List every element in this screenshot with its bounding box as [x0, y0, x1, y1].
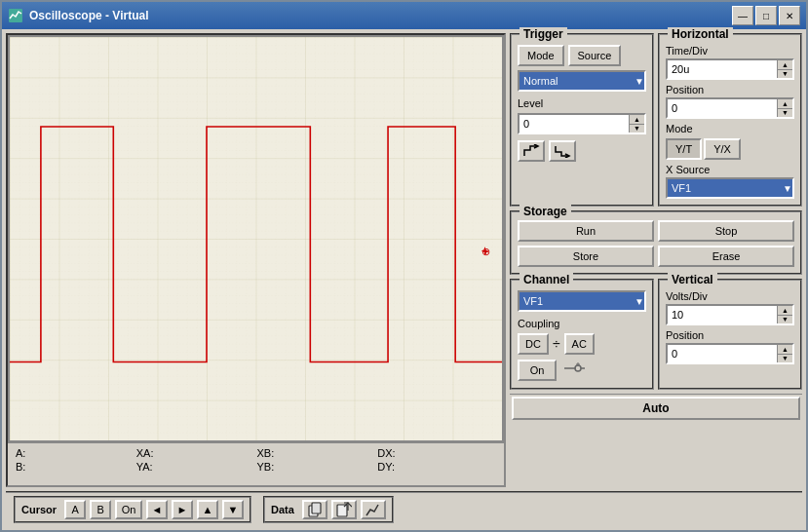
- readout-ya: YA:: [136, 461, 255, 473]
- readout-yb: YB:: [257, 461, 376, 473]
- minimize-button[interactable]: —: [732, 6, 753, 25]
- trigger-icon-row: [518, 140, 646, 162]
- cursor-on-button[interactable]: On: [115, 500, 142, 519]
- close-button[interactable]: ✕: [779, 6, 800, 25]
- cursor-down-button[interactable]: ▼: [222, 500, 244, 519]
- level-input[interactable]: [519, 115, 629, 133]
- readout-col-ab: A: B:: [16, 447, 135, 481]
- time-div-input[interactable]: [668, 60, 777, 78]
- export-icon: [336, 502, 352, 517]
- stop-button[interactable]: Stop: [658, 220, 794, 242]
- readout-dx: DX:: [377, 447, 496, 459]
- store-button[interactable]: Store: [518, 246, 654, 267]
- data-chart-button[interactable]: [361, 500, 386, 519]
- scope-area: VF1: 10V: [6, 33, 506, 487]
- auto-button[interactable]: Auto: [512, 397, 800, 420]
- mode-yt-button[interactable]: Y/T: [666, 138, 702, 160]
- xsource-select[interactable]: VF1 VF2: [666, 177, 794, 199]
- volts-div-spin-buttons: ▲ ▼: [777, 306, 792, 323]
- volts-div-spin-up[interactable]: ▲: [778, 306, 792, 316]
- level-spin-down[interactable]: ▼: [630, 125, 644, 133]
- coupling-divider: ÷: [553, 336, 560, 352]
- level-spin-buttons: ▲ ▼: [629, 115, 644, 133]
- time-div-spin-down[interactable]: ▼: [778, 70, 792, 79]
- scope-readout: A: B: XA: YA: XB: YB: DX: DY:: [8, 442, 504, 485]
- v-position-spinbox: ▲ ▼: [666, 343, 794, 364]
- xsource-select-wrapper: VF1 VF2 ▼: [666, 177, 794, 199]
- trigger-mode-select[interactable]: Normal Auto Single: [518, 70, 646, 92]
- right-panel: Trigger Mode Source Normal Auto Single ▼: [510, 33, 802, 487]
- copy-icon: [307, 502, 323, 517]
- trigger-mode-button[interactable]: Mode: [518, 45, 564, 66]
- cursor-section: Cursor A B On ◄ ► ▲ ▼: [14, 496, 251, 523]
- h-position-spin-buttons: ▲ ▼: [777, 99, 792, 117]
- h-position-label: Position: [666, 84, 794, 95]
- readout-dy: DY:: [377, 461, 496, 473]
- trigger-source-button[interactable]: Source: [568, 45, 622, 66]
- cursor-section-title: Cursor: [21, 504, 57, 515]
- trigger-section: Trigger Mode Source Normal Auto Single ▼: [510, 33, 654, 207]
- mode-yx-button[interactable]: Y/X: [704, 138, 741, 160]
- maximize-button[interactable]: □: [755, 6, 777, 25]
- title-bar-left: Oscilloscope - Virtual: [8, 8, 148, 23]
- trigger-rise-button[interactable]: [518, 140, 545, 162]
- storage-row-2: Store Erase: [518, 246, 794, 267]
- time-div-spinbox: ▲ ▼: [666, 58, 794, 80]
- level-label: Level: [518, 97, 646, 109]
- time-div-spin-buttons: ▲ ▼: [777, 60, 792, 78]
- horizontal-section: Horizontal Time/Div ▲ ▼ Position: [658, 33, 802, 207]
- volts-div-input[interactable]: [668, 306, 777, 323]
- main-area: VF1: 10V: [6, 33, 802, 487]
- main-window: Oscilloscope - Virtual — □ ✕ VF1: 10V: [0, 0, 808, 532]
- h-position-input[interactable]: [668, 99, 777, 117]
- data-copy-button[interactable]: [302, 500, 327, 519]
- svg-rect-12: [312, 503, 321, 513]
- v-position-spin-up[interactable]: ▲: [778, 345, 792, 355]
- cursor-left-button[interactable]: ◄: [146, 500, 168, 519]
- time-div-spin-up[interactable]: ▲: [778, 60, 792, 70]
- trigger-title: Trigger: [519, 27, 567, 41]
- cursor-b-button[interactable]: B: [90, 500, 111, 519]
- coupling-row: DC ÷ AC: [518, 333, 646, 355]
- trigger-mode-source-row: Mode Source: [518, 45, 646, 66]
- on-row: On: [518, 359, 646, 382]
- time-div-label: Time/Div: [666, 45, 794, 57]
- v-position-input[interactable]: [668, 345, 777, 362]
- auto-bar: Auto: [510, 394, 802, 422]
- vertical-title: Vertical: [668, 273, 717, 286]
- ac-button[interactable]: AC: [564, 333, 595, 355]
- vertical-section: Vertical Volts/Div ▲ ▼ Position: [658, 279, 802, 390]
- svg-text:⊕: ⊕: [481, 246, 490, 257]
- waveform-svg: + ⊕: [10, 37, 502, 440]
- cursor-bar: Cursor A B On ◄ ► ▲ ▼ Data: [6, 491, 802, 526]
- svg-rect-13: [337, 505, 347, 516]
- data-section: Data: [263, 496, 394, 523]
- data-export-button[interactable]: [331, 500, 357, 519]
- on-button[interactable]: On: [518, 360, 557, 381]
- readout-col-xbyb: XB: YB:: [257, 447, 376, 481]
- level-spin-up[interactable]: ▲: [630, 115, 644, 125]
- run-button[interactable]: Run: [518, 220, 654, 242]
- storage-title: Storage: [519, 205, 571, 218]
- cursor-a-button[interactable]: A: [64, 500, 86, 519]
- channel-select[interactable]: VF1 VF2: [518, 290, 646, 312]
- volts-div-label: Volts/Div: [666, 290, 794, 302]
- trigger-fall-button[interactable]: [549, 140, 576, 162]
- h-position-spin-up[interactable]: ▲: [778, 99, 792, 109]
- title-bar: Oscilloscope - Virtual — □ ✕: [2, 2, 806, 29]
- channel-section: Channel VF1 VF2 ▼ Coupling DC ÷: [510, 279, 654, 390]
- readout-xa: XA:: [136, 447, 255, 459]
- probe-icon: [562, 359, 586, 382]
- h-position-spin-down[interactable]: ▼: [778, 109, 792, 118]
- trigger-mode-select-wrapper: Normal Auto Single ▼: [518, 70, 646, 92]
- bottom-row: Channel VF1 VF2 ▼ Coupling DC ÷: [510, 279, 802, 390]
- level-row: ▲ ▼: [518, 113, 646, 134]
- cursor-right-button[interactable]: ►: [172, 500, 193, 519]
- dc-button[interactable]: DC: [518, 333, 549, 355]
- storage-section: Storage Run Stop Store Erase: [510, 210, 802, 275]
- chart-icon: [366, 502, 381, 517]
- cursor-up-button[interactable]: ▲: [197, 500, 218, 519]
- volts-div-spin-down[interactable]: ▼: [778, 316, 792, 324]
- v-position-spin-down[interactable]: ▼: [778, 355, 792, 363]
- erase-button[interactable]: Erase: [658, 246, 794, 267]
